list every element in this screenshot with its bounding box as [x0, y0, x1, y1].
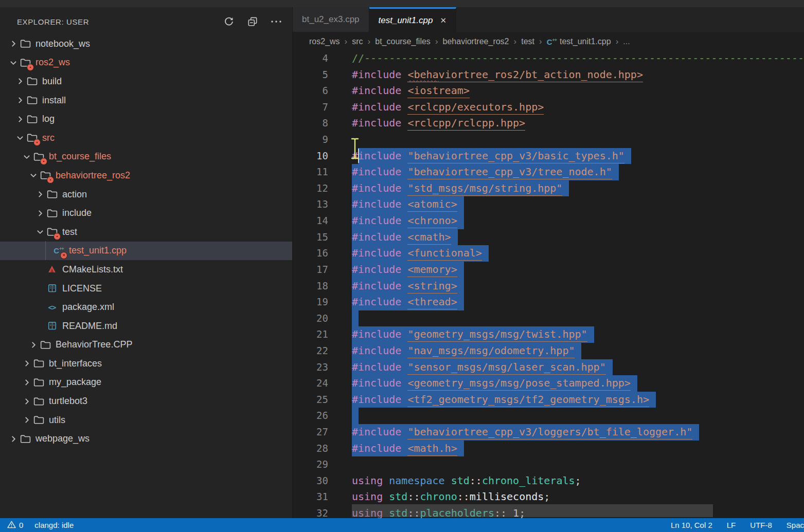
code-line-7[interactable]: 7#include <rclcpp/executors.hpp>: [293, 99, 804, 116]
breadcrumb-item-test_unit1.cpp[interactable]: C++test_unit1.cpp: [547, 37, 611, 46]
line-content: #include <tf2_geometry_msgs/tf2_geometry…: [352, 392, 656, 408]
code-line-24[interactable]: 24#include <geometry_msgs/msg/pose_stamp…: [293, 375, 804, 392]
collapse-all-icon[interactable]: [246, 15, 259, 28]
tree-item-src[interactable]: •src: [0, 129, 292, 148]
tree-item-bt_interfaces[interactable]: bt_interfaces: [0, 354, 292, 373]
refresh-icon[interactable]: [222, 15, 236, 28]
tree-item-package.xml[interactable]: <>package.xml: [0, 298, 292, 317]
more-actions-icon[interactable]: [270, 15, 283, 28]
tree-item-notebook_ws[interactable]: notebook_ws: [0, 34, 292, 53]
code-line-28[interactable]: 28#include <math.h>: [293, 441, 804, 457]
tree-item-test[interactable]: •test: [0, 223, 292, 242]
code-line-17[interactable]: 17#include <memory>: [293, 262, 804, 278]
tree-item-my_package[interactable]: my_package: [0, 373, 292, 392]
tree-item-log[interactable]: log: [0, 109, 292, 129]
breadcrumb-item-behaviortree_ros2[interactable]: behaviortree_ros2: [443, 37, 509, 46]
code-line-13[interactable]: 13#include <atomic>: [293, 196, 804, 213]
code-token: milliseconds: [470, 490, 544, 503]
code-line-5[interactable]: 5#include <behaviortree_ros2/bt_action_n…: [293, 67, 804, 83]
close-icon[interactable]: ✕: [440, 16, 446, 25]
code-line-4[interactable]: 4//-------------------------------------…: [293, 51, 804, 67]
status-item-lf[interactable]: LF: [727, 521, 736, 529]
code-line-29[interactable]: 29: [293, 456, 804, 473]
tree-item-README.md[interactable]: README.md: [0, 317, 292, 336]
code-line-18[interactable]: 18#include <string>: [293, 278, 804, 295]
line-content: [352, 408, 359, 424]
line-content: #include <iostream>: [352, 83, 470, 99]
file-tree: notebook_ws•ros2_wsbuildinstalllog•src•b…: [0, 34, 292, 448]
code-token: "std_msgs/msg/string.hpp": [407, 182, 562, 196]
selection-highlight: #include <atomic>: [352, 196, 464, 213]
tree-item-ros2_ws[interactable]: •ros2_ws: [0, 53, 292, 72]
tree-item-label: LICENSE: [62, 283, 102, 294]
tree-item-label: bt_interfaces: [49, 358, 102, 369]
tab-bt_u2_ex3.cpp[interactable]: bt_u2_ex3.cpp: [293, 7, 369, 32]
status-item-utf-8[interactable]: UTF-8: [750, 521, 772, 529]
code-line-8[interactable]: 8#include <rclcpp/rclcpp.hpp>: [293, 115, 804, 132]
tree-item-install[interactable]: install: [0, 91, 292, 110]
code-line-11[interactable]: 11#include "behaviortree_cpp_v3/tree_nod…: [293, 164, 804, 180]
line-content: #include <thread>: [352, 294, 464, 310]
selection-highlight: #include "nav_msgs/msg/odometry.hpp": [352, 343, 581, 359]
code-line-22[interactable]: 22#include "nav_msgs/msg/odometry.hpp": [293, 343, 804, 359]
status-item-ln-10-col-2[interactable]: Ln 10, Col 2: [671, 521, 712, 529]
status-item-spac[interactable]: Spac: [787, 521, 804, 529]
breadcrumb-item-bt_course_files[interactable]: bt_course_files: [375, 37, 431, 46]
code-line-15[interactable]: 15#include <cmath>: [293, 229, 804, 246]
tree-item-label: webpage_ws: [35, 433, 90, 444]
code-token: <functional>: [407, 247, 482, 261]
selection-highlight: #include "geometry_msgs/msg/twist.hpp": [352, 326, 594, 343]
code-line-10[interactable]: 10#include "behaviortree_cpp_v3/basic_ty…: [293, 148, 804, 164]
tree-item-CMakeLists.txt[interactable]: CMakeLists.txt: [0, 260, 292, 279]
tree-item-utils[interactable]: utils: [0, 411, 292, 430]
tree-item-label: build: [42, 76, 62, 87]
tree-item-build[interactable]: build: [0, 72, 292, 91]
code-line-25[interactable]: 25#include <tf2_geometry_msgs/tf2_geomet…: [293, 392, 804, 408]
code-line-20[interactable]: 20: [293, 310, 804, 327]
breadcrumb-item-src[interactable]: src: [352, 37, 363, 46]
code-token: <memory>: [407, 263, 457, 277]
line-number: 12: [293, 180, 328, 197]
code-line-6[interactable]: 6#include <iostream>: [293, 83, 804, 99]
tree-item-BehaviorTree.CPP[interactable]: BehaviorTree.CPP: [0, 336, 292, 355]
folder-icon: [20, 433, 31, 445]
code-line-14[interactable]: 14#include <chrono>: [293, 213, 804, 229]
tree-item-LICENSE[interactable]: LICENSE: [0, 279, 292, 298]
line-content: #include <rclcpp/rclcpp.hpp>: [352, 115, 525, 132]
breadcrumb-item-test[interactable]: test: [521, 37, 534, 46]
tree-item-turtlebot3[interactable]: turtlebot3: [0, 392, 292, 411]
tree-item-test_unit1.cpp[interactable]: C++✕test_unit1.cpp: [0, 242, 292, 261]
code-line-12[interactable]: 12#include "std_msgs/msg/string.hpp": [293, 180, 804, 197]
tree-item-webpage_ws[interactable]: webpage_ws: [0, 429, 292, 448]
code-line-30[interactable]: 30using namespace std::chrono_literals;: [293, 473, 804, 489]
code-line-16[interactable]: 16#include <functional>: [293, 245, 804, 262]
code-line-23[interactable]: 23#include "sensor_msgs/msg/laser_scan.h…: [293, 359, 804, 376]
status-item-clangd-idle[interactable]: clangd: idle: [34, 521, 74, 529]
code-editor[interactable]: 4//-------------------------------------…: [293, 51, 804, 518]
tree-item-action[interactable]: action: [0, 185, 292, 204]
tree-item-bt_course_files[interactable]: •bt_course_files: [0, 148, 292, 167]
code-token: [401, 393, 407, 406]
status-bar-right: Ln 10, Col 2LFUTF-8Spac: [671, 521, 804, 529]
breadcrumb-item-...[interactable]: ...: [623, 37, 630, 46]
code-token: <thread>: [407, 296, 457, 309]
code-line-19[interactable]: 19#include <thread>: [293, 294, 804, 310]
code-line-31[interactable]: 31using std::chrono::milliseconds;: [293, 489, 804, 505]
tab-test_unit1.cpp[interactable]: test_unit1.cpp✕: [369, 7, 456, 32]
breadcrumb-separator-icon: ›: [435, 36, 438, 47]
tree-item-include[interactable]: include: [0, 204, 292, 223]
status-item-0[interactable]: 0: [7, 521, 23, 530]
code-line-21[interactable]: 21#include "geometry_msgs/msg/twist.hpp": [293, 326, 804, 343]
code-token: <string>: [407, 280, 457, 293]
code-line-9[interactable]: 9: [293, 132, 804, 148]
tree-item-behaviortree_ros2[interactable]: •behaviortree_ros2: [0, 166, 292, 185]
breadcrumb-item-ros2_ws[interactable]: ros2_ws: [309, 37, 340, 46]
horizontal-scrollbar[interactable]: [352, 504, 713, 517]
folder-icon: [26, 76, 38, 87]
line-number: 30: [293, 473, 328, 489]
code-token: #include: [352, 84, 401, 97]
code-line-27[interactable]: 27#include "behaviortree_cpp_v3/loggers/…: [293, 424, 804, 441]
line-number: 10: [293, 148, 328, 164]
code-line-26[interactable]: 26: [293, 408, 804, 424]
line-number: 24: [293, 375, 328, 392]
